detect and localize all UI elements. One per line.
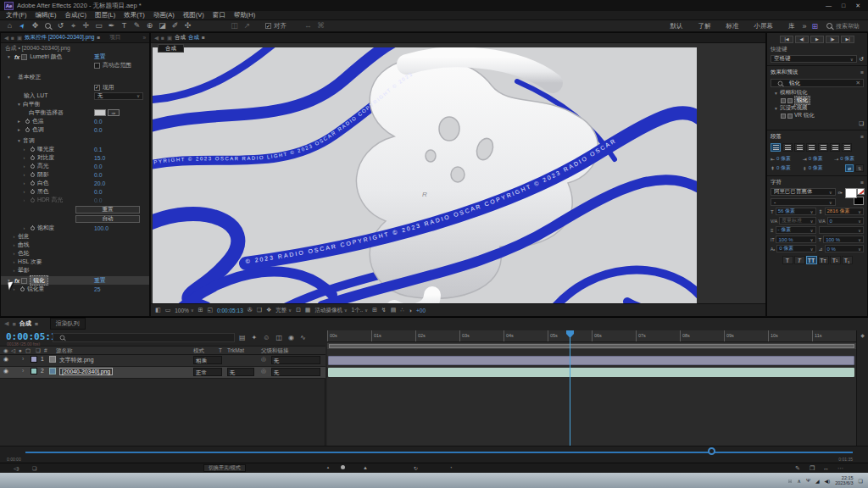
all-caps-button[interactable]: TT [806,256,817,264]
clone-stamp-tool-icon[interactable]: ⊕ [143,20,156,31]
white-balance-group[interactable]: ▾白平衡 [1,100,149,108]
workspace-standard[interactable]: 标准 [726,22,738,30]
font-style-select[interactable]: -∨ [771,198,836,206]
mode-column[interactable]: 模式 [193,347,204,355]
workspace-learn[interactable]: 了解 [698,22,710,30]
panel-back-icon[interactable]: ◀ [154,35,159,42]
panel-menu-icon[interactable]: ≡ [35,321,38,327]
grid-guides-icon[interactable]: ⊞ [198,307,203,313]
puppet-pin-tool-icon[interactable]: ✣ [181,20,194,31]
blend-mode-select[interactable]: 相乘∨ [193,356,222,364]
volume-icon[interactable]: ◀) [825,478,831,484]
trkmat-select[interactable]: 无∨ [227,368,254,376]
zoom-select[interactable]: 100%∨ [175,308,193,313]
tray-expand-icon[interactable]: ∧ [798,478,801,484]
panel-back-icon[interactable]: ◀ [4,320,8,327]
menu-item[interactable]: 视图(V) [183,11,204,19]
last-frame-button[interactable]: ▶| [841,36,854,43]
render-speed-icon[interactable]: ◔ [449,465,453,470]
motion-blur-icon[interactable]: ◉ [288,334,294,341]
space-after-field[interactable]: ⇟0 像素 [803,164,832,172]
new-folder-icon[interactable]: ❏ [859,120,864,127]
eye-icon[interactable]: ◉ [3,368,8,374]
panel-menu-icon[interactable]: ≡ [202,35,205,41]
param-value[interactable]: 20.0 [94,180,105,186]
justify-last-left-button[interactable] [806,143,816,152]
tab-overflow-icon[interactable]: » [142,35,146,41]
reset-link[interactable]: 重置 [94,53,106,61]
draft-3d-icon[interactable]: ✦ [252,334,258,341]
extra-select[interactable]: ∨ [819,226,865,234]
param-value[interactable]: 0.0 [94,127,102,133]
pickwhip-icon[interactable]: ◎ [261,368,266,374]
layer-color-chip[interactable] [31,356,37,363]
timeline-search[interactable] [53,333,235,342]
indent-right-field[interactable]: ⇥0 像素 [803,155,832,163]
navigator-track[interactable] [25,452,853,453]
pickwhip-icon[interactable]: ◎ [261,356,266,363]
resolution-select[interactable]: 完整∨ [275,307,292,314]
close-button[interactable]: ✕ [855,3,860,9]
layer-bar-1[interactable] [328,356,854,365]
align-right-button[interactable] [794,143,804,152]
layer-name[interactable]: 文字特效.png [59,356,93,364]
panel-menu-icon[interactable]: ≡ [860,69,864,75]
frame-blend-icon[interactable]: ◫ [275,334,282,341]
active-checkbox-row[interactable]: ✓现用 [1,83,149,92]
pan-behind-tool-icon[interactable]: ✛ [80,20,92,31]
wb-color-swatch[interactable] [94,109,106,116]
collapsed-group-row[interactable]: ›晕影 [1,266,149,274]
exposure-value[interactable]: +00 [416,308,426,313]
work-area-bar[interactable] [327,343,856,349]
composition-name[interactable]: 合成 [188,34,199,42]
parent-select[interactable]: 无∨ [271,368,320,376]
tab-project[interactable]: 项目 [109,34,120,42]
input-lut-dropdown[interactable]: 无∨ [94,92,143,100]
snapshot-icon[interactable]: ✇ [248,307,253,313]
auto-button[interactable]: 自动 [75,215,140,223]
panel-back-icon[interactable]: ◀ [4,35,8,42]
taskbar-clock[interactable]: 22:15 2023/6/3 [835,475,853,486]
text-direction-ltr-button[interactable]: ⇄ [845,164,854,172]
menu-item[interactable]: 效果(T) [124,11,145,19]
workspace-libraries[interactable]: 库 [788,22,795,30]
space-before-field[interactable]: ⇞0 像素 [771,164,800,172]
faux-bold-button[interactable]: T [782,256,793,264]
clipboard-icon[interactable]: ❐ [810,465,815,472]
layer-row-2[interactable]: ◉ › 2 [20040-20340].png 正常∨ 无∨ ◎ 无∨ [0,367,326,379]
vertical-scale-field[interactable]: 100 %∨ [776,236,815,243]
workspace-grid-icon[interactable]: ⊞ [811,22,818,30]
layer-bar-2[interactable] [328,368,854,377]
toggle-switches-modes-button[interactable]: 切换开关/模式 [203,464,246,472]
composition-canvas[interactable]: R © 2023 RADIO OSCAR COPYRIGHT © 2023 RA… [153,47,697,303]
layer-row-1[interactable]: ◉ › 1 文字特效.png 相乘∨ ◎ 无∨ [0,355,326,367]
comment-icon[interactable]: ❏ [32,465,36,471]
type-tool-icon[interactable]: T [118,20,131,31]
faux-italic-button[interactable]: T [794,256,805,264]
parent-link-column[interactable]: 父级和链接 [261,347,289,355]
timeline-track-area[interactable]: 00s01s02s03s04s05s06s07s08s09s10s11s [327,330,856,446]
hdr-checkbox-row[interactable]: 高动态范围 [1,61,149,69]
align-center-button[interactable] [782,143,793,152]
panel-menu-icon[interactable]: ≡ [860,180,864,186]
tab-composition[interactable]: 合成 [19,319,31,328]
transparency-grid-icon[interactable]: ▦ [305,307,311,313]
magnification-icon[interactable]: ▭ [165,307,171,313]
superscript-button[interactable]: T¹ [830,256,841,264]
eraser-tool-icon[interactable]: ◪ [156,20,169,31]
font-family-select[interactable]: 阿里巴巴普惠体∨ [771,188,836,196]
composition-chip[interactable]: 合成 [158,44,184,53]
effect-item-sharpen[interactable]: 锐化 [767,97,867,104]
trkmat-column[interactable]: TrkMat [227,347,244,353]
workspace-overflow-icon[interactable]: » [802,22,806,30]
fast-preview-icon[interactable]: ↯ [381,307,387,313]
workspace-default[interactable]: 默认 [670,22,682,30]
align-left-button[interactable] [771,143,781,152]
tab-render-queue[interactable]: 渲染队列 [50,318,86,330]
indent-left-field[interactable]: ⇤0 像素 [771,155,800,163]
resize-icon[interactable]: ↔ [823,465,829,471]
pencil-icon[interactable]: ✎ [795,465,800,472]
font-size-field[interactable]: 56 像素∨ [776,208,816,215]
horizontal-scale-field[interactable]: 100 %∨ [823,236,864,243]
panel-menu-icon[interactable]: ≡ [860,134,864,140]
